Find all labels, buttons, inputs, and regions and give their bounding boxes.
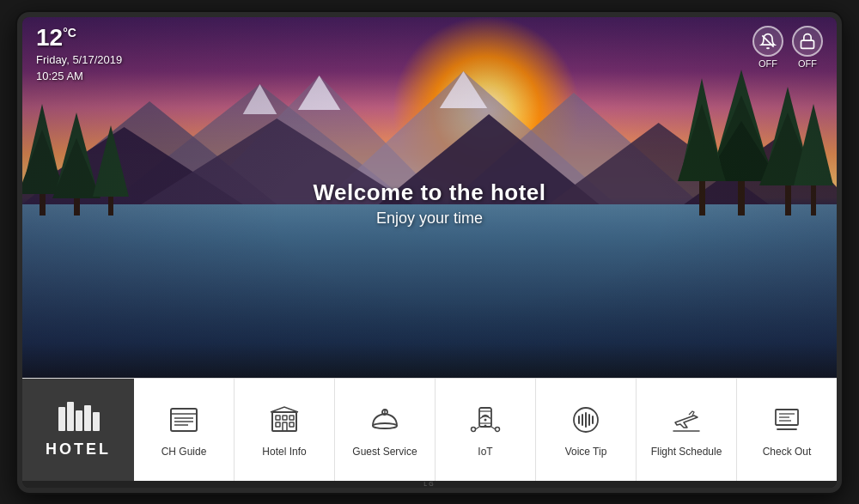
temp-value: 12 [36, 24, 63, 51]
ch-guide-label: CH Guide [161, 446, 207, 458]
time-value: 10:25 AM [36, 68, 122, 85]
date-display: Friday, 5/17/2019 10:25 AM [36, 52, 122, 85]
menu-items-container: CH Guide [134, 379, 837, 481]
dnd-icon [752, 26, 783, 57]
svg-rect-37 [76, 410, 82, 431]
svg-point-61 [496, 428, 500, 432]
menu-item-iot[interactable]: IoT [436, 379, 536, 481]
svg-rect-51 [289, 422, 294, 427]
guest-service-icon [366, 401, 404, 439]
guest-service-label: Guest Service [352, 446, 417, 458]
svg-rect-46 [276, 416, 280, 420]
svg-point-59 [484, 419, 487, 422]
top-bar: 12°C Friday, 5/17/2019 10:25 AM [22, 26, 837, 85]
svg-rect-47 [283, 416, 287, 420]
svg-line-63 [491, 427, 496, 429]
voice-tip-icon [567, 401, 605, 439]
hotel-logo-icon [57, 400, 100, 435]
svg-point-52 [373, 423, 397, 428]
tv-brand-label: LG [423, 481, 435, 487]
svg-rect-34 [801, 40, 814, 48]
tv-frame: 12°C Friday, 5/17/2019 10:25 AM [17, 12, 842, 493]
tv-bottom-bar: LG [22, 481, 837, 488]
svg-rect-50 [283, 422, 287, 431]
voice-tip-label: Voice Tip [565, 446, 607, 458]
tv-screen: 12°C Friday, 5/17/2019 10:25 AM [22, 17, 837, 378]
logo-text: HOTEL [46, 440, 111, 458]
dnd-control[interactable]: OFF [752, 26, 783, 69]
date-value: Friday, 5/17/2019 [36, 52, 122, 69]
svg-rect-35 [58, 407, 65, 431]
svg-line-62 [476, 427, 480, 429]
welcome-main-text: Welcome to the hotel [314, 179, 546, 206]
svg-point-58 [484, 425, 487, 428]
flight-schedule-label: Flight Schedule [651, 446, 722, 458]
menu-item-flight-schedule[interactable]: Flight Schedule [637, 379, 737, 481]
svg-rect-39 [93, 412, 100, 431]
svg-rect-36 [67, 402, 74, 431]
lock-label: OFF [798, 58, 817, 69]
menu-item-ch-guide[interactable]: CH Guide [134, 379, 235, 481]
svg-rect-38 [84, 405, 91, 431]
welcome-sub-text: Enjoy your time [314, 209, 546, 228]
menu-item-hotel-info[interactable]: Hotel Info [235, 379, 335, 481]
hotel-logo: HOTEL [22, 379, 134, 481]
weather-time-block: 12°C Friday, 5/17/2019 10:25 AM [36, 26, 122, 85]
menu-bar: HOTEL CH Guide [22, 378, 837, 481]
svg-rect-48 [289, 416, 294, 420]
check-out-label: Check Out [763, 446, 812, 458]
iot-icon [466, 401, 504, 439]
svg-point-60 [472, 428, 476, 432]
check-out-icon [768, 401, 806, 439]
flight-schedule-icon [667, 401, 705, 439]
temp-unit: °C [63, 25, 76, 39]
welcome-block: Welcome to the hotel Enjoy your time [314, 179, 546, 228]
temperature-display: 12°C [36, 26, 122, 50]
hotel-info-label: Hotel Info [262, 446, 306, 458]
iot-label: IoT [478, 446, 492, 458]
menu-item-guest-service[interactable]: Guest Service [335, 379, 436, 481]
menu-item-voice-tip[interactable]: Voice Tip [536, 379, 637, 481]
hotel-info-icon [265, 401, 303, 439]
menu-item-check-out[interactable]: Check Out [737, 379, 837, 481]
top-controls: OFF OFF [752, 26, 823, 69]
svg-rect-40 [171, 409, 197, 431]
ch-guide-icon [165, 401, 203, 439]
dnd-label: OFF [758, 58, 777, 69]
svg-rect-49 [276, 422, 280, 427]
lock-control[interactable]: OFF [792, 26, 823, 69]
lock-icon [792, 26, 823, 57]
